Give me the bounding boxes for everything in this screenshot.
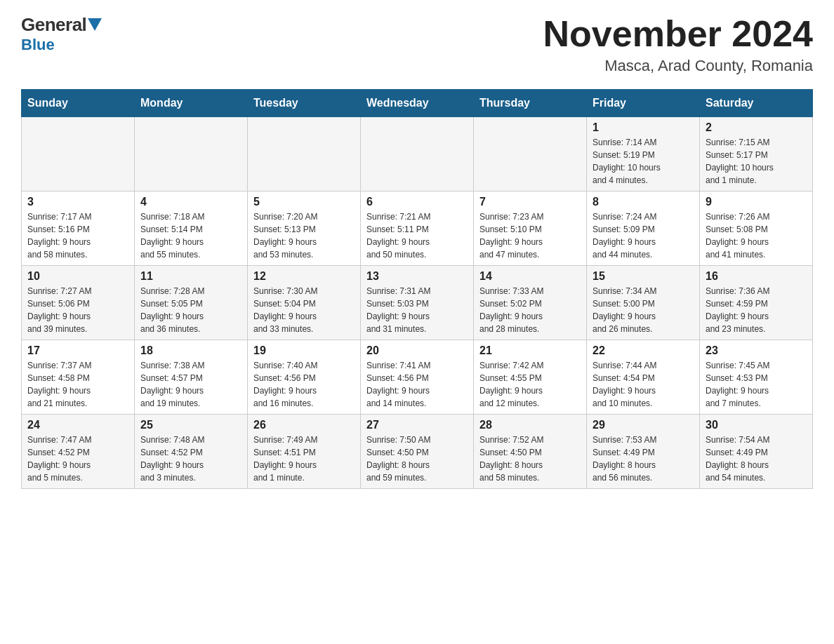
day-info: Sunrise: 7:33 AM Sunset: 5:02 PM Dayligh… bbox=[479, 285, 581, 335]
calendar-cell: 2Sunrise: 7:15 AM Sunset: 5:17 PM Daylig… bbox=[700, 117, 813, 192]
calendar-cell: 21Sunrise: 7:42 AM Sunset: 4:55 PM Dayli… bbox=[474, 340, 587, 415]
day-info: Sunrise: 7:38 AM Sunset: 4:57 PM Dayligh… bbox=[140, 359, 241, 410]
week-row-1: 1Sunrise: 7:14 AM Sunset: 5:19 PM Daylig… bbox=[22, 117, 813, 192]
day-info: Sunrise: 7:34 AM Sunset: 5:00 PM Dayligh… bbox=[593, 285, 694, 335]
day-number: 28 bbox=[479, 419, 581, 431]
calendar-cell: 19Sunrise: 7:40 AM Sunset: 4:56 PM Dayli… bbox=[248, 340, 361, 415]
day-info: Sunrise: 7:40 AM Sunset: 4:56 PM Dayligh… bbox=[253, 359, 355, 410]
calendar-cell: 18Sunrise: 7:38 AM Sunset: 4:57 PM Dayli… bbox=[135, 340, 248, 415]
day-info: Sunrise: 7:24 AM Sunset: 5:09 PM Dayligh… bbox=[593, 210, 694, 261]
calendar-cell: 25Sunrise: 7:48 AM Sunset: 4:52 PM Dayli… bbox=[135, 415, 248, 489]
calendar-cell: 10Sunrise: 7:27 AM Sunset: 5:06 PM Dayli… bbox=[22, 266, 135, 340]
day-number: 22 bbox=[593, 344, 694, 357]
calendar-cell: 1Sunrise: 7:14 AM Sunset: 5:19 PM Daylig… bbox=[587, 117, 700, 192]
calendar-cell bbox=[361, 117, 474, 192]
week-row-3: 10Sunrise: 7:27 AM Sunset: 5:06 PM Dayli… bbox=[22, 266, 813, 340]
page-header: General Blue November 2024 Masca, Arad C… bbox=[21, 14, 813, 75]
calendar-cell: 11Sunrise: 7:28 AM Sunset: 5:05 PM Dayli… bbox=[135, 266, 248, 340]
day-number: 15 bbox=[593, 270, 694, 283]
calendar-cell bbox=[248, 117, 361, 192]
calendar-cell: 7Sunrise: 7:23 AM Sunset: 5:10 PM Daylig… bbox=[474, 192, 587, 266]
day-info: Sunrise: 7:26 AM Sunset: 5:08 PM Dayligh… bbox=[706, 210, 807, 261]
day-number: 2 bbox=[706, 121, 807, 134]
calendar-cell: 28Sunrise: 7:52 AM Sunset: 4:50 PM Dayli… bbox=[474, 415, 587, 489]
day-info: Sunrise: 7:50 AM Sunset: 4:50 PM Dayligh… bbox=[366, 434, 468, 484]
day-info: Sunrise: 7:23 AM Sunset: 5:10 PM Dayligh… bbox=[479, 210, 581, 261]
day-info: Sunrise: 7:41 AM Sunset: 4:56 PM Dayligh… bbox=[366, 359, 468, 410]
day-info: Sunrise: 7:44 AM Sunset: 4:54 PM Dayligh… bbox=[593, 359, 694, 410]
day-number: 24 bbox=[27, 419, 128, 431]
header-cell-wednesday: Wednesday bbox=[361, 90, 474, 117]
day-number: 9 bbox=[706, 196, 807, 208]
day-number: 23 bbox=[706, 344, 807, 357]
day-info: Sunrise: 7:54 AM Sunset: 4:49 PM Dayligh… bbox=[706, 434, 807, 484]
calendar-table: SundayMondayTuesdayWednesdayThursdayFrid… bbox=[21, 89, 813, 489]
calendar-cell: 5Sunrise: 7:20 AM Sunset: 5:13 PM Daylig… bbox=[248, 192, 361, 266]
header-cell-saturday: Saturday bbox=[700, 90, 813, 117]
logo: General Blue bbox=[21, 14, 102, 54]
week-row-4: 17Sunrise: 7:37 AM Sunset: 4:58 PM Dayli… bbox=[22, 340, 813, 415]
day-number: 5 bbox=[253, 196, 355, 208]
calendar-cell: 15Sunrise: 7:34 AM Sunset: 5:00 PM Dayli… bbox=[587, 266, 700, 340]
calendar-cell: 6Sunrise: 7:21 AM Sunset: 5:11 PM Daylig… bbox=[361, 192, 474, 266]
day-info: Sunrise: 7:47 AM Sunset: 4:52 PM Dayligh… bbox=[27, 434, 128, 484]
day-info: Sunrise: 7:48 AM Sunset: 4:52 PM Dayligh… bbox=[140, 434, 241, 484]
day-info: Sunrise: 7:49 AM Sunset: 4:51 PM Dayligh… bbox=[253, 434, 355, 484]
day-info: Sunrise: 7:30 AM Sunset: 5:04 PM Dayligh… bbox=[253, 285, 355, 335]
day-info: Sunrise: 7:53 AM Sunset: 4:49 PM Dayligh… bbox=[593, 434, 694, 484]
day-info: Sunrise: 7:45 AM Sunset: 4:53 PM Dayligh… bbox=[706, 359, 807, 410]
day-number: 16 bbox=[706, 270, 807, 283]
day-info: Sunrise: 7:20 AM Sunset: 5:13 PM Dayligh… bbox=[253, 210, 355, 261]
calendar-cell: 12Sunrise: 7:30 AM Sunset: 5:04 PM Dayli… bbox=[248, 266, 361, 340]
title-block: November 2024 Masca, Arad County, Romani… bbox=[543, 14, 813, 75]
calendar-body: 1Sunrise: 7:14 AM Sunset: 5:19 PM Daylig… bbox=[22, 117, 813, 489]
calendar-header: SundayMondayTuesdayWednesdayThursdayFrid… bbox=[22, 90, 813, 117]
day-info: Sunrise: 7:42 AM Sunset: 4:55 PM Dayligh… bbox=[479, 359, 581, 410]
day-number: 4 bbox=[140, 196, 241, 208]
calendar-cell: 8Sunrise: 7:24 AM Sunset: 5:09 PM Daylig… bbox=[587, 192, 700, 266]
header-cell-thursday: Thursday bbox=[474, 90, 587, 117]
day-number: 17 bbox=[27, 344, 128, 357]
day-info: Sunrise: 7:14 AM Sunset: 5:19 PM Dayligh… bbox=[593, 136, 694, 187]
day-number: 27 bbox=[366, 419, 468, 431]
day-number: 10 bbox=[27, 270, 128, 283]
day-number: 14 bbox=[479, 270, 581, 283]
calendar-cell: 26Sunrise: 7:49 AM Sunset: 4:51 PM Dayli… bbox=[248, 415, 361, 489]
day-number: 3 bbox=[27, 196, 128, 208]
month-title: November 2024 bbox=[543, 14, 813, 54]
calendar-cell: 9Sunrise: 7:26 AM Sunset: 5:08 PM Daylig… bbox=[700, 192, 813, 266]
calendar-cell: 22Sunrise: 7:44 AM Sunset: 4:54 PM Dayli… bbox=[587, 340, 700, 415]
calendar-cell bbox=[474, 117, 587, 192]
calendar-cell: 13Sunrise: 7:31 AM Sunset: 5:03 PM Dayli… bbox=[361, 266, 474, 340]
week-row-5: 24Sunrise: 7:47 AM Sunset: 4:52 PM Dayli… bbox=[22, 415, 813, 489]
calendar-cell: 3Sunrise: 7:17 AM Sunset: 5:16 PM Daylig… bbox=[22, 192, 135, 266]
calendar-cell: 24Sunrise: 7:47 AM Sunset: 4:52 PM Dayli… bbox=[22, 415, 135, 489]
calendar-cell: 4Sunrise: 7:18 AM Sunset: 5:14 PM Daylig… bbox=[135, 192, 248, 266]
day-number: 6 bbox=[366, 196, 468, 208]
day-number: 19 bbox=[253, 344, 355, 357]
calendar-cell: 30Sunrise: 7:54 AM Sunset: 4:49 PM Dayli… bbox=[700, 415, 813, 489]
day-number: 21 bbox=[479, 344, 581, 357]
day-info: Sunrise: 7:52 AM Sunset: 4:50 PM Dayligh… bbox=[479, 434, 581, 484]
day-number: 13 bbox=[366, 270, 468, 283]
day-info: Sunrise: 7:15 AM Sunset: 5:17 PM Dayligh… bbox=[706, 136, 807, 187]
day-number: 25 bbox=[140, 419, 241, 431]
day-number: 20 bbox=[366, 344, 468, 357]
day-number: 11 bbox=[140, 270, 241, 283]
header-cell-friday: Friday bbox=[587, 90, 700, 117]
day-number: 18 bbox=[140, 344, 241, 357]
day-number: 7 bbox=[479, 196, 581, 208]
day-info: Sunrise: 7:28 AM Sunset: 5:05 PM Dayligh… bbox=[140, 285, 241, 335]
day-number: 29 bbox=[593, 419, 694, 431]
header-cell-sunday: Sunday bbox=[22, 90, 135, 117]
header-row: SundayMondayTuesdayWednesdayThursdayFrid… bbox=[22, 90, 813, 117]
day-info: Sunrise: 7:31 AM Sunset: 5:03 PM Dayligh… bbox=[366, 285, 468, 335]
day-number: 1 bbox=[593, 121, 694, 134]
header-cell-tuesday: Tuesday bbox=[248, 90, 361, 117]
logo-general-text: General bbox=[21, 14, 102, 36]
calendar-cell: 20Sunrise: 7:41 AM Sunset: 4:56 PM Dayli… bbox=[361, 340, 474, 415]
day-info: Sunrise: 7:18 AM Sunset: 5:14 PM Dayligh… bbox=[140, 210, 241, 261]
calendar-cell: 17Sunrise: 7:37 AM Sunset: 4:58 PM Dayli… bbox=[22, 340, 135, 415]
day-info: Sunrise: 7:21 AM Sunset: 5:11 PM Dayligh… bbox=[366, 210, 468, 261]
day-number: 8 bbox=[593, 196, 694, 208]
